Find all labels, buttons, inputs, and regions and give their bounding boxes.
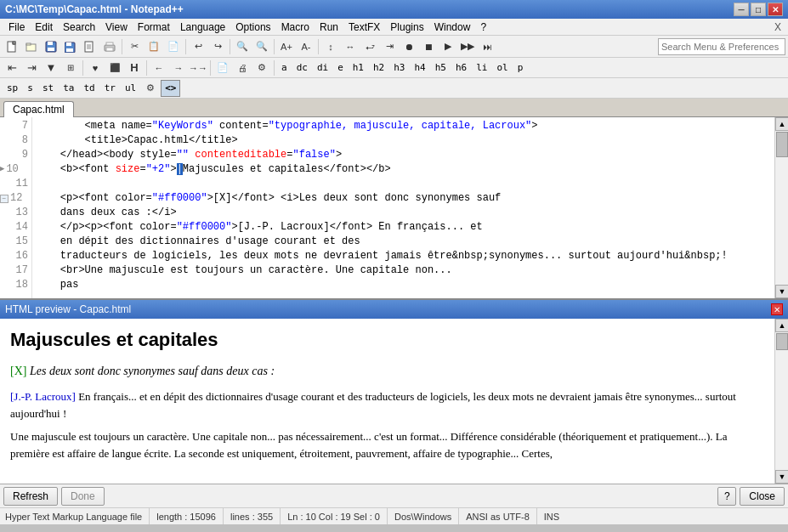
btn-h4[interactable]: h4 bbox=[411, 59, 430, 76]
menu-run[interactable]: Run bbox=[315, 20, 343, 35]
tb-replace[interactable]: 🔍 bbox=[252, 37, 271, 56]
tb-bookmark[interactable]: ♥ bbox=[86, 59, 105, 77]
sep2 bbox=[185, 39, 186, 54]
code-area[interactable]: <meta name="KeyWords" content="typograph… bbox=[32, 117, 774, 298]
tb-redo[interactable]: ↪ bbox=[208, 37, 227, 56]
tb-save[interactable] bbox=[42, 37, 60, 56]
close-button[interactable]: ✕ bbox=[768, 3, 783, 16]
tab-capac[interactable]: Capac.html bbox=[3, 101, 74, 117]
tb-sync-h[interactable]: ↔ bbox=[341, 37, 360, 56]
status-filetype: Hyper Text Markup Language file bbox=[5, 508, 150, 524]
preview-scroll-thumb[interactable] bbox=[776, 333, 788, 350]
btn-h1[interactable]: h1 bbox=[349, 59, 368, 76]
preview-scroll-up[interactable]: ▲ bbox=[775, 319, 788, 332]
btn-di[interactable]: di bbox=[313, 59, 332, 76]
menu-window[interactable]: Window bbox=[429, 20, 476, 35]
editor-scrollbar[interactable]: ▲ ▼ bbox=[774, 117, 788, 298]
tb-paste[interactable]: 📄 bbox=[164, 37, 183, 56]
code-line-17: <br>Une majuscule est toujours un caract… bbox=[36, 263, 771, 278]
menu-file[interactable]: File bbox=[3, 20, 30, 35]
btn-ol[interactable]: ol bbox=[493, 59, 513, 76]
search-input[interactable] bbox=[658, 38, 785, 55]
menu-textfx[interactable]: TextFX bbox=[343, 20, 385, 35]
close-preview-button[interactable]: Close bbox=[740, 487, 785, 506]
tb-playback[interactable]: ▶ bbox=[439, 37, 457, 56]
btn-code-toggle[interactable]: <> bbox=[161, 80, 180, 97]
btn-sp[interactable]: sp bbox=[3, 80, 22, 97]
tb-close[interactable] bbox=[81, 37, 99, 56]
tb-indent-left[interactable]: ⇤ bbox=[3, 59, 21, 77]
scroll-track[interactable] bbox=[775, 131, 788, 285]
preview-ref-line: [X] Les deux sont donc synonymes sauf da… bbox=[10, 362, 764, 380]
menu-edit[interactable]: Edit bbox=[30, 20, 58, 35]
preview-scrollbar[interactable]: ▲ ▼ bbox=[774, 319, 788, 484]
maximize-button[interactable]: □ bbox=[751, 3, 766, 16]
tb-sync-v[interactable]: ↕ bbox=[321, 37, 340, 56]
btn-h5[interactable]: h5 bbox=[431, 59, 451, 76]
preview-close-button[interactable]: ✕ bbox=[771, 303, 783, 315]
scroll-down[interactable]: ▼ bbox=[775, 285, 788, 298]
tb-undo[interactable]: ↩ bbox=[189, 37, 207, 56]
tb-page2[interactable]: 🖨 bbox=[233, 59, 252, 77]
tb-cut[interactable]: ✂ bbox=[125, 37, 144, 56]
done-button[interactable]: Done bbox=[61, 487, 105, 506]
help-button[interactable]: ? bbox=[717, 487, 736, 506]
tb-zoom-out[interactable]: A- bbox=[297, 37, 315, 56]
minimize-button[interactable]: ─ bbox=[734, 3, 749, 16]
tb-run-macro[interactable]: ▶▶ bbox=[458, 37, 477, 56]
btn-tr[interactable]: tr bbox=[100, 80, 120, 97]
tb-print[interactable] bbox=[100, 37, 119, 56]
tb-wordwrap[interactable]: ⮐ bbox=[360, 37, 379, 56]
btn-st[interactable]: st bbox=[38, 80, 58, 97]
scroll-thumb[interactable] bbox=[776, 132, 788, 157]
btn-ta[interactable]: ta bbox=[59, 80, 78, 97]
menu-options[interactable]: Options bbox=[230, 20, 275, 35]
menu-search[interactable]: Search bbox=[58, 20, 100, 35]
tb-code-view[interactable]: ⊞ bbox=[61, 59, 80, 77]
menu-help[interactable]: ? bbox=[475, 20, 491, 35]
menu-view[interactable]: View bbox=[100, 20, 133, 35]
menu-plugins[interactable]: Plugins bbox=[385, 20, 428, 35]
tb-indent[interactable]: ⇥ bbox=[380, 37, 399, 56]
tb-open[interactable] bbox=[22, 37, 41, 56]
btn-h2[interactable]: h2 bbox=[369, 59, 388, 76]
btn-ul[interactable]: ul bbox=[121, 80, 140, 97]
tb-arrow-r[interactable]: → bbox=[169, 59, 188, 77]
menu-format[interactable]: Format bbox=[133, 20, 175, 35]
tb-stop[interactable]: ⏹ bbox=[419, 37, 438, 56]
sep9 bbox=[274, 60, 275, 76]
btn-e[interactable]: e bbox=[333, 59, 348, 76]
preview-scroll-down[interactable]: ▼ bbox=[775, 470, 788, 484]
btn-li[interactable]: li bbox=[472, 59, 491, 76]
tb-macro-n[interactable]: ⏭ bbox=[478, 37, 496, 56]
menu-language[interactable]: Language bbox=[175, 20, 230, 35]
tb-save-all[interactable] bbox=[61, 37, 80, 56]
tb-indent-right[interactable]: ⇥ bbox=[22, 59, 41, 77]
btn-td[interactable]: td bbox=[79, 80, 99, 97]
tb-zoom-in[interactable]: A+ bbox=[277, 37, 296, 56]
scroll-up[interactable]: ▲ bbox=[775, 117, 788, 131]
tb-arrow-lr[interactable]: ← bbox=[150, 59, 168, 77]
preview-scroll-track[interactable] bbox=[775, 332, 788, 470]
btn-p[interactable]: p bbox=[513, 59, 528, 76]
tb-special[interactable]: ⬛ bbox=[105, 59, 124, 77]
tb-copy[interactable]: 📋 bbox=[145, 37, 163, 56]
tb-arrow-down[interactable]: ▼ bbox=[42, 59, 60, 77]
code-line-12: <p><font color="#ff0000">[X]</font> <i>L… bbox=[36, 191, 771, 206]
tb-h-tag[interactable]: H bbox=[125, 59, 144, 77]
btn-gear[interactable]: ⚙ bbox=[141, 79, 160, 98]
btn-h6[interactable]: h6 bbox=[451, 59, 471, 76]
code-line-15: en dépit des dictionnaires d'usage coura… bbox=[36, 235, 771, 249]
tb-page[interactable]: 📄 bbox=[213, 59, 232, 77]
tb-settings[interactable]: ⚙ bbox=[252, 59, 271, 77]
btn-a[interactable]: a bbox=[277, 59, 292, 76]
tb-record[interactable]: ⏺ bbox=[400, 37, 418, 56]
btn-h3[interactable]: h3 bbox=[389, 59, 409, 76]
tb-new[interactable] bbox=[3, 37, 21, 56]
refresh-button[interactable]: Refresh bbox=[3, 487, 58, 506]
tb-arrow-rr[interactable]: →→ bbox=[189, 59, 207, 77]
btn-dc[interactable]: dc bbox=[292, 59, 312, 76]
menu-macro[interactable]: Macro bbox=[276, 20, 315, 35]
tb-find[interactable]: 🔍 bbox=[233, 37, 252, 56]
btn-s[interactable]: s bbox=[23, 80, 37, 97]
